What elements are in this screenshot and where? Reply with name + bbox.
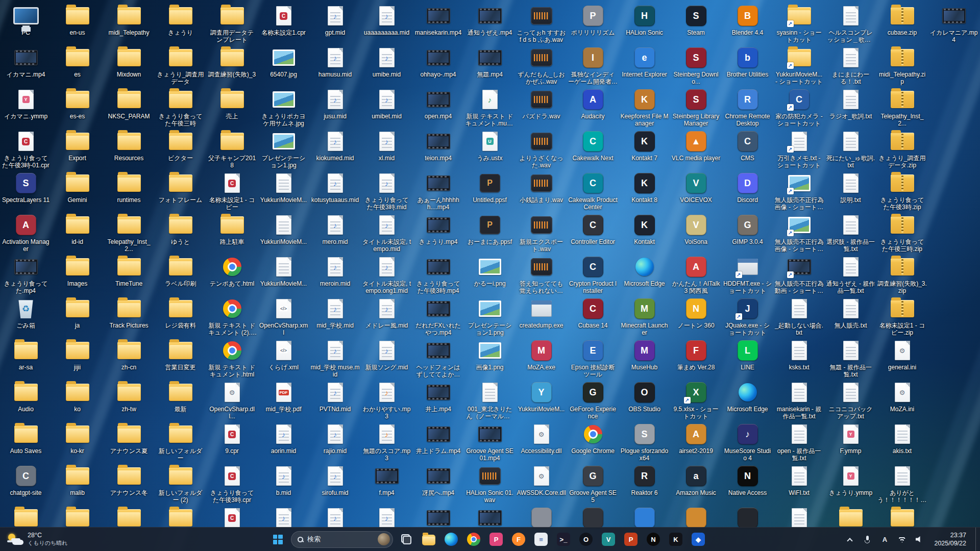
desktop-icon[interactable]: ↗ テンポあて.html <box>206 254 258 296</box>
desktop-icon[interactable]: ↗ 新規エクスポート.wav <box>516 212 567 254</box>
desktop-icon[interactable]: ↗ 65407.jpg <box>258 45 309 87</box>
desktop-icon[interactable]: ↗ アナウンス冬 <box>103 463 155 505</box>
desktop-icon[interactable]: ↗ cubase.zip <box>876 3 928 45</box>
desktop-icon[interactable]: ↗ mid_学校.pdf <box>258 380 309 421</box>
desktop-icon[interactable]: ↗ umibet.mid <box>361 87 412 129</box>
desktop-icon[interactable]: ↗ ko <box>52 380 103 421</box>
desktop-icon[interactable]: ↗ 無題のスコア.mp3 <box>361 421 412 463</box>
desktop-icon[interactable]: ↗ HALion Sonic 01.wav <box>464 463 516 505</box>
desktop-icon[interactable]: ↗ だれだFXいれたやつ.mp4 <box>412 296 464 338</box>
desktop-icon[interactable]: ↗ AWSSDK.Core.dll <box>516 463 567 505</box>
desktop-icon[interactable]: ♪ ↗ MuseScore Studio 4 <box>722 421 773 463</box>
desktop-icon[interactable]: ↗ ohhayo-.mp4 <box>412 45 464 87</box>
desktop-icon[interactable]: ↗ jusu.mid <box>309 87 361 129</box>
desktop-icon[interactable]: H ↗ HALion Sonic <box>619 3 670 45</box>
desktop-icon[interactable]: ↗ 新規ソング.mid <box>361 338 412 380</box>
desktop-icon[interactable]: K ↗ Kontakt <box>619 212 670 254</box>
desktop-icon[interactable]: ↗ open.mp4 <box>412 87 464 129</box>
desktop-icon[interactable]: ↗ 調査用データテンプレート <box>206 3 258 45</box>
desktop-icon[interactable]: ↗ TimeTune <box>103 254 155 296</box>
weather-widget[interactable]: 28°C くもりのち晴れ <box>3 530 73 548</box>
volume-tray-button[interactable] <box>914 530 925 548</box>
desktop-icon[interactable]: ↗ ありがとう！！！！！！！.txt <box>876 463 928 505</box>
hidden-icons-chevron[interactable] <box>844 530 855 548</box>
desktop-icon[interactable]: ↗ kiokumed.mid <box>309 129 361 170</box>
desktop-icon[interactable]: ↗ 新しいフォルダー <box>155 421 206 463</box>
desktop-icon[interactable]: G ↗ GIMP 3.0.4 <box>722 212 773 254</box>
desktop-icon[interactable]: ↗ 井上ドラム.mp4 <box>412 421 464 463</box>
desktop-icon[interactable]: ↗ WiFI.txt <box>773 463 825 505</box>
desktop-icon[interactable]: ↗ xl.mid <box>361 129 412 170</box>
desktop-icon[interactable]: ↗ メドレー風.mid <box>361 296 412 338</box>
desktop-icon[interactable]: ↗ きょうりポカヨケ用サムネ.jpg <box>258 87 309 129</box>
desktop-icon[interactable]: ↗ あぁーんhhhhhh....mp4 <box>412 170 464 212</box>
desktop-icon[interactable]: ↗ PVTNd.mid <box>309 380 361 421</box>
desktop-icon[interactable]: ↗ ar-sa <box>0 338 52 380</box>
desktop-icon[interactable]: ↗ 9.cpr <box>206 421 258 463</box>
desktop-icon[interactable]: Y ↗ YukkuriMovieM... <box>516 380 567 421</box>
desktop-icon[interactable]: ↗ OpenCvSharp.dll... <box>206 380 258 421</box>
desktop-icon[interactable]: R ↗ Reaktor 6 <box>619 463 670 505</box>
desktop-icon[interactable]: C ↗ Cakewalk Next <box>567 129 619 170</box>
desktop-icon[interactable]: D ↗ Discord <box>722 170 773 212</box>
desktop-icon[interactable]: ↗ malib <box>52 463 103 505</box>
desktop-icon[interactable]: ↗ きょうり食ってた午後3時.cpr <box>206 463 258 505</box>
desktop-icon[interactable]: ↗ 通知うぜえ.mp4 <box>464 3 516 45</box>
desktop-icon[interactable]: ↗ きょうり食ってた.mp4 <box>0 254 52 296</box>
desktop-icon[interactable]: ↗ よりうざくなった.wav <box>516 129 567 170</box>
network-tray-button[interactable] <box>896 530 908 548</box>
desktop-icon[interactable]: ↗ manisekarin - 親作品一覧.txt <box>773 380 825 421</box>
desktop-icon[interactable]: ↗ akis.txt <box>876 421 928 463</box>
desktop-icon[interactable]: ↗ Auto Saves <box>0 421 52 463</box>
desktop-icon[interactable]: V ↗ VoiSona <box>670 212 722 254</box>
desktop-icon[interactable]: ↗ 新規 テキスト ドキュメント.html <box>206 338 258 380</box>
desktop-icon[interactable]: ↗ teion.mp4 <box>412 129 464 170</box>
desktop-icon[interactable]: S ↗ Steinberg Downlo... <box>670 45 722 87</box>
desktop-icon[interactable]: ↗ rajio.mid <box>309 421 361 463</box>
desktop-icon[interactable]: ↗ アナウンス夏 <box>103 421 155 463</box>
desktop-icon[interactable]: ↗ OpenCvSharp.xml <box>258 296 309 338</box>
desktop-icon[interactable]: ↗ es-es <box>52 87 103 129</box>
desktop-icon[interactable]: ↗ 無人販売不正行為画像 - ショートカット <box>773 212 825 254</box>
desktop-icon[interactable]: ↗ createdump.exe <box>516 296 567 338</box>
desktop-icon[interactable]: ↗ Telepathy_Inst_2... <box>103 212 155 254</box>
desktop-icon[interactable]: ↗ YukkuriMovieM... <box>258 170 309 212</box>
show-desktop-button[interactable] <box>975 528 979 551</box>
desktop-icon[interactable]: S ↗ Steinberg Library Manager <box>670 87 722 129</box>
desktop-icon[interactable]: ↗ 無題.mp4 <box>464 45 516 87</box>
desktop-icon[interactable]: ↗ 通知うぜえ - 親作品一覧.txt <box>825 254 876 296</box>
desktop-icon[interactable]: ↗ PC <box>0 3 52 45</box>
desktop-icon[interactable]: ↗ HDDFMT.exe - ショートカット <box>722 254 773 296</box>
desktop-icon[interactable]: ↗ es <box>52 45 103 87</box>
desktop-icon[interactable]: L ↗ LINE <box>722 338 773 380</box>
desktop-icon[interactable]: ↗ 新規 テキスト ドキュメント.musicxml <box>464 87 516 129</box>
desktop-icon[interactable]: ↗ Microsoft Edge <box>619 254 670 296</box>
desktop-icon[interactable]: ↗ こってぉh すすおf d s b ふあ.wav <box>516 3 567 45</box>
desktop-icon[interactable]: ↗ hamusu.mid <box>309 45 361 87</box>
desktop-icon[interactable]: ↗ uaaaaaaaaa.mid <box>361 3 412 45</box>
desktop-icon[interactable]: K ↗ Kontakt 8 <box>619 170 670 212</box>
desktop-icon[interactable]: ↗ midi_Telepathy <box>103 3 155 45</box>
desktop-icon[interactable]: ↗ Google Chrome <box>567 421 619 463</box>
desktop-icon[interactable]: ↗ 路上駐車 <box>206 212 258 254</box>
desktop-icon[interactable]: S ↗ Steam <box>670 3 722 45</box>
desktop-icon[interactable]: ↗ Track Pictures <box>103 296 155 338</box>
desktop-icon[interactable]: ↗ 新しいフォルダー (2) <box>155 463 206 505</box>
desktop-icon[interactable]: V ↗ VOICEVOX <box>670 170 722 212</box>
desktop-icon[interactable]: ↗ Resources <box>103 129 155 170</box>
desktop-icon[interactable]: ↗ ゆうと <box>155 212 206 254</box>
desktop-icon[interactable]: ↗ イカマニ.ymmp <box>0 87 52 129</box>
desktop-icon[interactable]: K ↗ Kontakt 7 <box>619 129 670 170</box>
desktop-icon[interactable]: ↗ タイトル未設定, tempo.ong1.mid <box>361 254 412 296</box>
desktop-icon[interactable]: F ↗ 筆まめ Ver.28 <box>670 338 722 380</box>
desktop-icon[interactable]: ↗ Groove Agent SE 01.mp4 <box>464 421 516 463</box>
desktop-icon[interactable]: A ↗ Activation Manager <box>0 212 52 254</box>
desktop-icon[interactable]: ↗ aorin.mid <box>258 421 309 463</box>
microsoft-edge-taskbar-button[interactable] <box>441 529 461 549</box>
desktop-icon[interactable]: ↗ プレゼンテーション1.png <box>464 296 516 338</box>
desktop-icon[interactable]: ↗ まにまにわーる！.txt <box>825 45 876 87</box>
desktop-icon[interactable]: ↗ mero.mid <box>309 212 361 254</box>
desktop-icon[interactable]: ↗ 説明.txt <box>825 170 876 212</box>
desktop-icon[interactable]: ↗ イカレマニア.mp4 <box>928 3 979 45</box>
desktop-icon[interactable]: ↗ meroin.mid <box>309 254 361 296</box>
